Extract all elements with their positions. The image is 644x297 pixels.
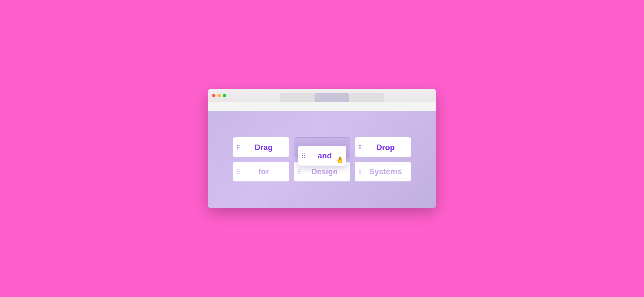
- browser-window: Drag Drop for: [208, 89, 436, 208]
- browser-titlebar: [208, 89, 436, 102]
- drag-handle-icon: [359, 169, 362, 174]
- card-label: Systems: [364, 167, 407, 176]
- minimize-button[interactable]: [218, 94, 221, 97]
- card-for[interactable]: for: [233, 162, 289, 181]
- drag-handle-icon: [302, 153, 305, 158]
- drag-handle-icon: [359, 145, 362, 149]
- card-label: Drop: [364, 143, 407, 152]
- drag-handle-icon: [237, 145, 240, 149]
- browser-addressbar: [208, 102, 436, 111]
- maximize-button[interactable]: [223, 94, 226, 97]
- close-button[interactable]: [212, 94, 216, 97]
- browser-tab[interactable]: [349, 93, 384, 102]
- browser-tab-active[interactable]: [314, 93, 349, 102]
- drag-handle-icon: [298, 169, 300, 174]
- browser-tabs: [208, 89, 436, 102]
- drag-cursor-icon: 🤚: [336, 156, 344, 163]
- card-label: Design: [303, 167, 346, 176]
- card-label: Drag: [242, 143, 285, 152]
- card-drop[interactable]: Drop: [355, 137, 411, 157]
- traffic-lights: [212, 94, 226, 97]
- card-systems[interactable]: Systems: [355, 162, 411, 181]
- browser-content: Drag Drop for: [208, 111, 436, 208]
- card-label: for: [242, 167, 285, 176]
- card-drag[interactable]: Drag: [233, 137, 289, 157]
- browser-tab[interactable]: [280, 93, 314, 102]
- drag-handle-icon: [237, 169, 240, 174]
